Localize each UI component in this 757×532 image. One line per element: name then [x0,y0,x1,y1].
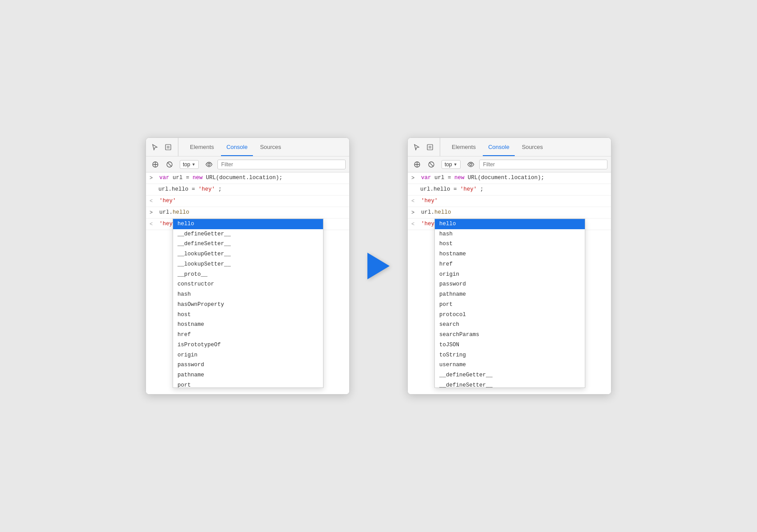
right-code-1: var url = new URL(document.location); [421,174,544,182]
right-clear-icon[interactable] [411,159,423,170]
autocomplete-item[interactable]: origin [173,350,323,360]
left-console-line-2: url.hello = 'hey' ; [146,184,349,196]
autocomplete-item[interactable]: port [173,380,323,387]
autocomplete-item[interactable]: __lookupSetter__ [173,259,323,270]
right-top-selector[interactable]: top ▼ [442,160,461,169]
autocomplete-item[interactable]: password [173,360,323,370]
output-hey-prefix: 'hey [159,220,173,228]
right-console-line-4: > url.hello [408,207,611,219]
autocomplete-item[interactable]: search [435,320,585,330]
right-arrow-icon [367,253,390,279]
autocomplete-item[interactable]: isPrototypeOf [173,340,323,350]
autocomplete-item[interactable]: port [435,300,585,310]
code-2: url.hello = 'hey' ; [158,185,222,194]
left-tab-sources[interactable]: Sources [255,138,287,156]
left-toolbar-icons [150,138,178,156]
code-1: var url = new URL(document.location); [159,174,283,182]
autocomplete-item[interactable]: __defineSetter__ [435,380,585,387]
cursor-icon[interactable] [150,142,160,153]
autocomplete-item[interactable]: host [435,239,585,249]
right-prompt-1: > [411,174,418,182]
right-panel: Elements Console Sources [407,137,611,395]
right-tab-bar: Elements Console Sources [408,138,611,156]
autocomplete-item[interactable]: toString [435,350,585,360]
clear-icon[interactable] [150,159,161,170]
autocomplete-item[interactable]: pathname [173,370,323,380]
right-tab-console[interactable]: Console [483,138,515,156]
right-output-hey-1: 'hey' [421,197,438,205]
right-cursor-icon[interactable] [411,142,422,153]
left-autocomplete-scroll[interactable]: hello __defineGetter__ __defineSetter__ … [173,219,323,387]
left-autocomplete: hello __defineGetter__ __defineSetter__ … [173,219,323,388]
autocomplete-item[interactable]: origin [435,270,585,280]
autocomplete-item[interactable]: __proto__ [173,270,323,280]
svg-rect-9 [429,146,431,149]
left-tab-elements[interactable]: Elements [185,138,219,156]
prompt-1: > [150,174,156,182]
prompt-out-2: < [150,220,156,228]
prompt-out-1: < [150,197,156,205]
right-block-icon[interactable] [426,159,437,170]
right-prompt-out-2: < [411,220,418,228]
left-console-body: > var url = new URL(document.location); … [146,172,349,394]
block-icon[interactable] [164,159,175,170]
arrow-container [367,253,390,279]
left-console-line-5: < 'hey hello __defineGetter__ __defineSe… [146,219,349,230]
left-panel: Elements Console Sources [146,137,350,395]
autocomplete-item[interactable]: protocol [435,310,585,320]
right-tab-elements[interactable]: Elements [446,138,481,156]
chevron-down-icon: ▼ [192,162,196,167]
right-toolbar-icons [411,138,440,156]
autocomplete-item[interactable]: pathname [435,289,585,300]
output-hey-1: 'hey' [159,197,176,205]
left-top-selector[interactable]: top ▼ [180,160,199,169]
autocomplete-item[interactable]: toJSON [435,340,585,350]
right-output-hey-prefix: 'hey [421,220,434,228]
right-inspect-icon[interactable] [425,142,435,153]
autocomplete-item[interactable]: __defineGetter__ [173,229,323,239]
autocomplete-item[interactable]: __defineSetter__ [173,239,323,249]
right-toolbar: top ▼ [408,156,611,172]
left-toolbar: top ▼ [146,156,349,172]
autocomplete-item-hello-left[interactable]: hello [173,219,323,229]
autocomplete-item-hello-right[interactable]: hello [435,219,585,229]
autocomplete-item[interactable]: hash [435,229,585,239]
right-tab-sources[interactable]: Sources [516,138,548,156]
right-console-line-1: > var url = new URL(document.location); [408,172,611,184]
autocomplete-item[interactable]: href [173,330,323,340]
autocomplete-item[interactable]: host [173,310,323,320]
right-autocomplete: hello hash host hostname href origin pas… [434,219,585,388]
autocomplete-item[interactable]: hostname [173,320,323,330]
right-eye-icon[interactable] [465,159,477,170]
right-code-2: url.hello = 'hey' ; [420,185,484,194]
left-tab-bar: Elements Console Sources [146,138,349,156]
autocomplete-item[interactable]: __defineGetter__ [435,370,585,380]
right-code-3: url.hello [421,208,451,217]
autocomplete-item[interactable]: href [435,259,585,270]
autocomplete-item[interactable]: searchParams [435,330,585,340]
right-autocomplete-scroll[interactable]: hello hash host hostname href origin pas… [435,219,585,387]
autocomplete-item[interactable]: __lookupGetter__ [173,249,323,259]
autocomplete-item[interactable]: password [435,279,585,289]
autocomplete-item[interactable]: constructor [173,279,323,289]
right-prompt-2: > [411,208,418,217]
left-console-line-4: > url.hello [146,207,349,219]
right-chevron-down-icon: ▼ [453,162,457,167]
main-wrapper: Elements Console Sources [146,137,611,395]
right-console-body: > var url = new URL(document.location); … [408,172,611,394]
svg-point-15 [469,163,472,165]
left-filter-input[interactable] [217,160,346,169]
eye-icon[interactable] [203,159,215,170]
left-console-line-3: < 'hey' [146,196,349,207]
right-filter-input[interactable] [479,160,607,169]
autocomplete-item[interactable]: username [435,360,585,370]
inspect-icon[interactable] [163,142,173,153]
autocomplete-item[interactable]: hostname [435,249,585,259]
svg-rect-1 [167,146,170,149]
code-3: url.hello [159,208,189,217]
right-prompt-out-1: < [411,197,418,205]
left-tab-console[interactable]: Console [221,138,253,156]
right-console-line-2: url.hello = 'hey' ; [408,184,611,196]
autocomplete-item[interactable]: hasOwnProperty [173,300,323,310]
autocomplete-item[interactable]: hash [173,289,323,300]
